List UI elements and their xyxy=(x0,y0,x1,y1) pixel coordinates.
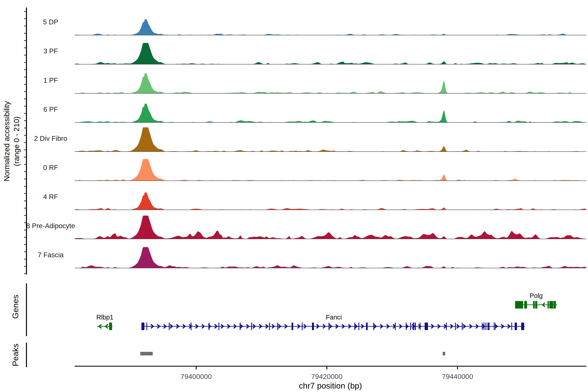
coverage-area xyxy=(75,127,586,152)
track-label: 7 Fascia xyxy=(38,251,64,259)
exon xyxy=(548,301,549,308)
track-3-pf: 3 PF xyxy=(44,43,586,64)
exon xyxy=(269,322,270,330)
exon xyxy=(109,322,112,330)
y-axis-label: Normalized accessibility (range 0 - 210) xyxy=(2,101,22,182)
peak-bar xyxy=(443,352,445,356)
gene-model-rlbp1: Rlbp1 xyxy=(96,314,114,330)
exon xyxy=(146,322,147,330)
exon xyxy=(515,301,523,308)
track-label: 5 DP xyxy=(43,18,58,26)
exon xyxy=(455,322,456,330)
gene-label: Rlbp1 xyxy=(96,314,114,321)
exon xyxy=(410,322,411,330)
coverage-area xyxy=(75,192,586,210)
exon xyxy=(425,322,428,330)
exon xyxy=(354,322,355,330)
exon xyxy=(142,322,144,330)
exon xyxy=(515,322,517,330)
coverage-area xyxy=(75,19,586,35)
exon xyxy=(366,322,368,330)
exon xyxy=(374,322,374,330)
track-label: 6 PF xyxy=(44,106,58,113)
track-label: 3 PF xyxy=(44,47,58,55)
exon xyxy=(218,322,219,330)
exon xyxy=(495,322,496,330)
track-label: 0 RF xyxy=(43,164,58,171)
exon xyxy=(550,301,553,308)
gene-label: Polg xyxy=(530,292,542,299)
coverage-area xyxy=(75,43,586,64)
gene-label: Fanci xyxy=(326,314,342,321)
peak-bar xyxy=(140,352,153,356)
track-1-pf: 1 PF xyxy=(44,73,586,93)
exon xyxy=(462,322,463,330)
coverage-area xyxy=(75,216,586,239)
track-label: 1 PF xyxy=(44,76,58,84)
track-label: 2 Div Fibro xyxy=(34,134,67,142)
peaks-panel-label: Peaks xyxy=(11,344,20,366)
exon xyxy=(488,322,490,330)
figure-canvas: 5 DP3 PF1 PF6 PF2 Div Fibro0 RF4 RF8 Pre… xyxy=(0,0,588,392)
exon xyxy=(277,322,278,330)
track-8-pre-adipocyte: 8 Pre-Adipocyte xyxy=(26,216,586,239)
coverage-area xyxy=(75,73,586,93)
track-4-rf: 4 RF xyxy=(43,192,586,210)
exon xyxy=(554,301,556,308)
exon xyxy=(535,301,537,308)
exon xyxy=(486,322,487,330)
coverage-area xyxy=(75,159,586,181)
exon xyxy=(251,322,252,330)
x-tick-label: 79440000 xyxy=(442,372,473,380)
x-tick-label: 79420000 xyxy=(311,372,342,380)
track-6-pf: 6 PF xyxy=(44,104,586,122)
track-label: 8 Pre-Adipocyte xyxy=(26,222,75,230)
exon xyxy=(240,322,240,330)
track-5-dp: 5 DP xyxy=(43,18,586,35)
gene-model-polg: Polg xyxy=(515,292,557,308)
exon xyxy=(521,322,524,330)
exon xyxy=(169,322,170,330)
exon xyxy=(533,301,535,308)
exon xyxy=(482,322,482,330)
exon xyxy=(312,322,314,330)
y-axis-label-line2: (range 0 - 210) xyxy=(12,101,22,182)
x-axis-title: chr7 position (bp) xyxy=(299,381,362,390)
exon xyxy=(329,322,330,330)
accessibility-axis-bracket xyxy=(24,8,26,274)
genome-browser-figure: 5 DP3 PF1 PF6 PF2 Div Fibro0 RF4 RF8 Pre… xyxy=(0,0,588,392)
exon xyxy=(209,322,210,330)
gene-model-fanci: Fanci xyxy=(142,314,525,330)
exon xyxy=(302,322,303,330)
exon xyxy=(358,322,359,330)
exon xyxy=(494,322,494,330)
exon xyxy=(512,322,512,330)
coverage-area xyxy=(75,104,586,122)
x-tick-label: 79400000 xyxy=(180,372,212,380)
coverage-area xyxy=(75,247,586,268)
track-label: 4 RF xyxy=(43,193,58,200)
y-axis-label-line1: Normalized accessibility xyxy=(2,101,12,182)
x-axis: 794000007942000079440000 xyxy=(75,366,586,380)
exon xyxy=(406,322,407,330)
exon xyxy=(292,322,293,330)
genes-panel-label: Genes xyxy=(11,295,20,319)
track-0-rf: 0 RF xyxy=(43,159,586,181)
track-7-fascia: 7 Fascia xyxy=(38,247,586,268)
exon xyxy=(524,301,527,308)
track-2-div-fibro: 2 Div Fibro xyxy=(34,127,586,152)
